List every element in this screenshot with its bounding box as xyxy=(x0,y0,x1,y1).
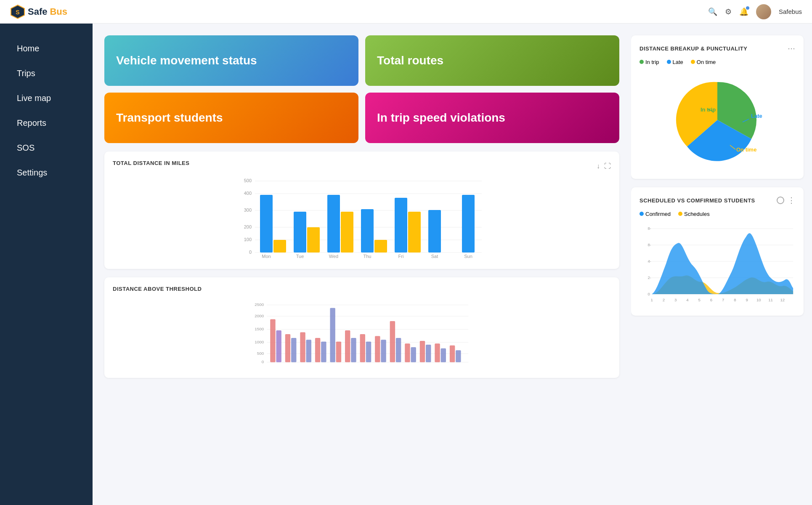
app-body: Home Trips Live map Reports SOS Settings… xyxy=(0,24,812,505)
stat-card-transport[interactable]: Transport students xyxy=(104,93,358,143)
svg-rect-58 xyxy=(366,342,371,362)
svg-text:12: 12 xyxy=(780,298,785,302)
logo: S SafeBus xyxy=(10,4,67,19)
svg-rect-25 xyxy=(462,195,475,252)
sidebar-item-sos[interactable]: SOS xyxy=(0,136,93,160)
scheduled-title: SCHEDULED VS COMFIRMED STUDENTS xyxy=(640,197,755,204)
svg-rect-22 xyxy=(395,198,407,252)
svg-text:1: 1 xyxy=(651,298,653,302)
legend-late: Late xyxy=(667,59,683,65)
svg-text:1000: 1000 xyxy=(255,340,264,344)
svg-text:Late: Late xyxy=(751,113,762,119)
stat-card-vehicle[interactable]: Vehicle movement status xyxy=(104,35,358,86)
svg-text:8-: 8- xyxy=(647,226,651,231)
svg-text:400: 400 xyxy=(244,191,252,196)
settings-icon[interactable]: ⚙ xyxy=(725,7,732,16)
svg-rect-45 xyxy=(270,319,275,362)
chart-header-threshold: DISTANCE ABOVE THRESHOLD xyxy=(113,286,611,298)
pie-chart-svg: In trip Late On time xyxy=(658,74,776,166)
svg-text:300: 300 xyxy=(244,207,252,213)
svg-text:4: 4 xyxy=(686,298,689,302)
svg-text:500: 500 xyxy=(257,351,264,356)
svg-text:3: 3 xyxy=(674,298,677,302)
svg-rect-66 xyxy=(426,345,431,362)
svg-text:Fri: Fri xyxy=(398,254,404,259)
svg-rect-14 xyxy=(260,195,273,252)
scheduled-header: SCHEDULED VS COMFIRMED STUDENTS ⋮ xyxy=(640,196,795,205)
svg-text:11: 11 xyxy=(768,298,773,302)
notification-icon[interactable]: 🔔 xyxy=(739,7,748,16)
sidebar-item-settings[interactable]: Settings xyxy=(0,160,93,185)
svg-rect-68 xyxy=(441,348,446,362)
svg-rect-18 xyxy=(327,195,340,252)
download-icon[interactable]: ↓ xyxy=(597,162,600,170)
scheduled-circle-icon[interactable] xyxy=(777,197,784,204)
punctuality-legend: In trip Late On time xyxy=(640,59,795,65)
expand-icon[interactable]: ⛶ xyxy=(604,162,611,170)
legend-confirmed: Confirmed xyxy=(640,211,671,217)
svg-text:500: 500 xyxy=(244,178,252,183)
svg-rect-49 xyxy=(300,332,305,362)
total-distance-chart: TOTAL DISTANCE IN MILES ↓ ⛶ 500 400 300 … xyxy=(104,152,619,269)
svg-rect-19 xyxy=(341,212,353,252)
svg-text:0: 0 xyxy=(647,292,650,296)
logo-icon: S xyxy=(10,4,25,19)
stat-card-violations[interactable]: In trip speed violations xyxy=(365,93,619,143)
sidebar-item-reports[interactable]: Reports xyxy=(0,111,93,136)
svg-rect-51 xyxy=(315,338,320,362)
sidebar-item-livemap[interactable]: Live map xyxy=(0,86,93,111)
stat-card-routes[interactable]: Total routes xyxy=(365,35,619,86)
svg-text:7: 7 xyxy=(722,298,724,302)
svg-rect-59 xyxy=(375,336,380,362)
stat-cards: Vehicle movement status Total routes Tra… xyxy=(104,35,619,143)
svg-rect-16 xyxy=(294,212,306,252)
svg-text:1500: 1500 xyxy=(255,327,264,331)
chart-title-threshold: DISTANCE ABOVE THRESHOLD xyxy=(113,286,202,292)
header-actions: 🔍 ⚙ 🔔 Safebus xyxy=(708,4,802,19)
distance-bar-chart-svg: 500 400 300 200 100 0 xyxy=(113,175,611,259)
punctuality-title: DISTANCE BREAKUP & PUNCTUALITY xyxy=(640,45,747,52)
punctuality-menu-icon[interactable]: ⋯ xyxy=(788,44,795,53)
svg-rect-50 xyxy=(306,340,311,362)
svg-text:2000: 2000 xyxy=(255,314,264,318)
svg-rect-17 xyxy=(307,227,320,252)
svg-text:8: 8 xyxy=(734,298,736,302)
logo-text-safe: Safe xyxy=(28,6,47,17)
svg-rect-70 xyxy=(456,350,461,362)
scheduled-legend: Confirmed Schedules xyxy=(640,211,795,217)
sidebar-item-home[interactable]: Home xyxy=(0,36,93,61)
chart-title-distance: TOTAL DISTANCE IN MILES xyxy=(113,160,189,166)
user-name: Safebus xyxy=(779,8,802,15)
svg-rect-60 xyxy=(381,340,386,362)
svg-text:Mon: Mon xyxy=(262,254,271,259)
svg-rect-54 xyxy=(336,342,341,362)
svg-rect-20 xyxy=(361,209,374,252)
svg-text:On time: On time xyxy=(736,146,756,153)
svg-rect-47 xyxy=(285,334,290,362)
scheduled-header-actions: ⋮ xyxy=(777,196,795,205)
legend-schedules: Schedules xyxy=(678,211,710,217)
scheduled-menu-icon[interactable]: ⋮ xyxy=(788,196,795,205)
svg-rect-15 xyxy=(273,240,286,252)
pie-chart-wrap: In trip Late On time xyxy=(640,69,795,170)
svg-rect-63 xyxy=(405,343,410,362)
area-chart-svg: 8- 8- 4- 2- 0 1 2 xyxy=(640,221,795,306)
svg-text:Sun: Sun xyxy=(464,254,472,259)
svg-text:5: 5 xyxy=(698,298,700,302)
svg-text:0: 0 xyxy=(249,250,252,255)
svg-rect-48 xyxy=(291,338,296,362)
svg-rect-69 xyxy=(450,346,455,362)
search-icon[interactable]: 🔍 xyxy=(708,7,717,16)
sidebar-item-trips[interactable]: Trips xyxy=(0,61,93,86)
sidebar: Home Trips Live map Reports SOS Settings xyxy=(0,24,93,505)
svg-text:2500: 2500 xyxy=(255,302,264,307)
punctuality-header: DISTANCE BREAKUP & PUNCTUALITY ⋯ xyxy=(640,44,795,53)
legend-intrip: In trip xyxy=(640,59,659,65)
svg-text:100: 100 xyxy=(244,237,252,242)
svg-rect-24 xyxy=(428,210,441,252)
avatar[interactable] xyxy=(756,4,771,19)
svg-text:0: 0 xyxy=(262,359,264,364)
svg-text:Sat: Sat xyxy=(431,254,438,259)
main-content: Vehicle movement status Total routes Tra… xyxy=(93,24,631,505)
svg-text:Wed: Wed xyxy=(329,254,338,259)
